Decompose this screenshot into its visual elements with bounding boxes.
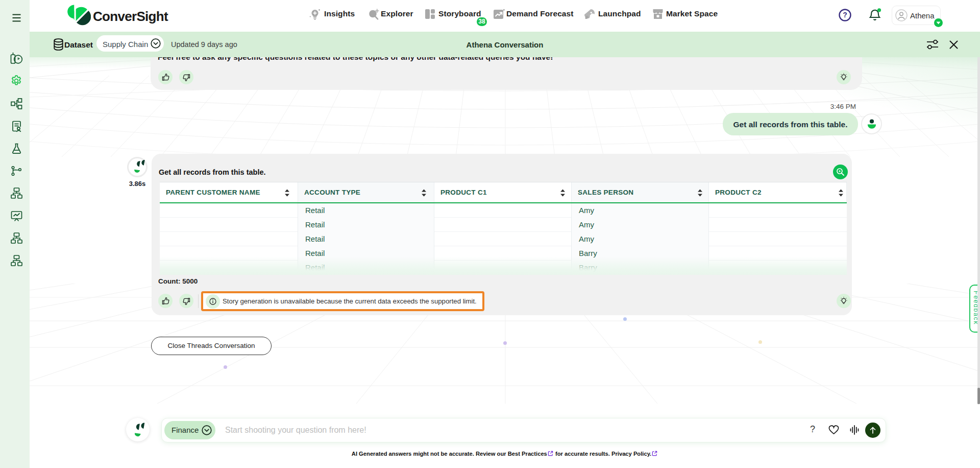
svg-text:?: ? [843,11,847,19]
